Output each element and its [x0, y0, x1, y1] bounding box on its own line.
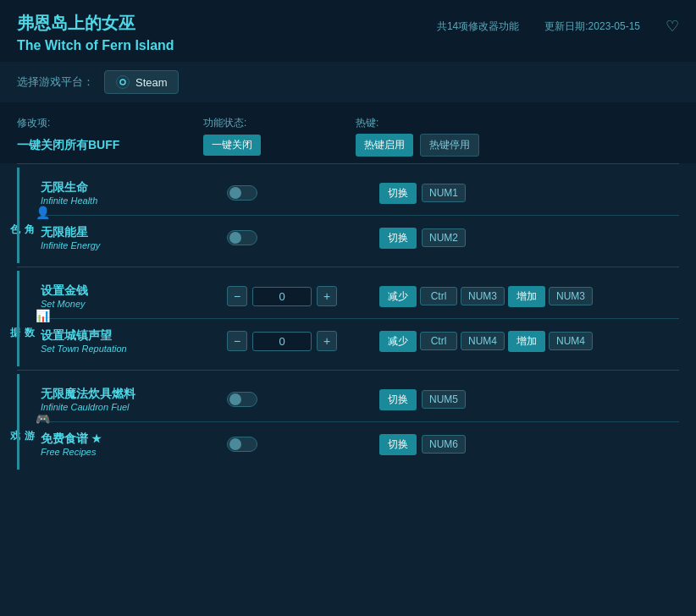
set-money-zh: 设置金钱: [41, 283, 227, 299]
infinite-health-status: [227, 185, 379, 201]
hotkey-disable-button[interactable]: 热键停用: [420, 134, 479, 157]
game-sidebar: 🎮 游戏: [17, 374, 41, 470]
data-icon: 📊: [36, 309, 50, 325]
infinite-health-toggle[interactable]: [227, 185, 257, 201]
infinite-health-hotkey-btn[interactable]: 切换: [379, 183, 417, 204]
hotkey-enable-button[interactable]: 热键启用: [356, 134, 413, 157]
cauldron-fuel-row: 无限魔法炊具燃料 Infinite Cauldron Fuel 切换 NUM5: [41, 381, 679, 418]
all-toggle-off-button[interactable]: 一键关闭: [203, 135, 261, 156]
set-reputation-input[interactable]: [252, 332, 312, 351]
infinite-health-hotkey: 切换 NUM1: [379, 183, 679, 204]
free-recipes-row: 免费食谱 ★ Free Recipes 切换 NUM6: [41, 426, 679, 463]
infinite-energy-toggle[interactable]: [227, 230, 257, 245]
cauldron-fuel-en: Infinite Cauldron Fuel: [41, 402, 227, 412]
platform-steam-button[interactable]: Steam: [104, 70, 179, 94]
character-section: 👤 角色 无限生命 Infinite Health: [17, 163, 679, 267]
set-reputation-row: 设置城镇声望 Set Town Reputation − + 减少 Ctrl N…: [41, 322, 679, 360]
cauldron-fuel-hotkey-btn[interactable]: 切换: [379, 389, 417, 410]
header-meta: 共14项修改器功能 更新日期:2023-05-15 ♡: [437, 17, 679, 36]
set-money-plus[interactable]: +: [317, 286, 337, 306]
free-recipes-zh: 免费食谱 ★: [41, 432, 227, 447]
set-reputation-ctrl: Ctrl: [420, 332, 457, 350]
set-money-dec-btn[interactable]: 减少: [379, 286, 417, 307]
divider-1: [41, 215, 679, 216]
cauldron-fuel-toggle[interactable]: [227, 392, 257, 407]
data-section: 📊 数据 设置金钱 Set Money − +: [17, 267, 679, 370]
character-label: 角色: [8, 215, 36, 217]
all-toggle-hotkeys: 热键启用 热键停用: [356, 134, 479, 157]
cauldron-fuel-key: NUM5: [422, 390, 466, 409]
game-wrapper: 🎮 游戏 无限魔法炊具燃料 Infinite Cauldron Fuel: [17, 374, 679, 470]
infinite-energy-key: NUM2: [422, 228, 466, 247]
free-recipes-hotkey: 切换 NUM6: [379, 434, 679, 455]
free-recipes-status: [227, 437, 379, 452]
star-icon: ★: [91, 432, 102, 445]
platform-steam-label: Steam: [135, 76, 168, 89]
set-money-num3-dec: NUM3: [461, 287, 505, 305]
set-reputation-num4-dec: NUM4: [461, 332, 505, 350]
infinite-health-en: Infinite Health: [41, 195, 227, 206]
character-sidebar: 👤 角色: [17, 168, 41, 263]
infinite-energy-status: [227, 230, 379, 245]
set-money-minus[interactable]: −: [227, 286, 247, 306]
game-content: 无限魔法炊具燃料 Infinite Cauldron Fuel 切换 NUM5: [41, 374, 679, 470]
data-wrapper: 📊 数据 设置金钱 Set Money − +: [17, 271, 679, 366]
cauldron-fuel-name: 无限魔法炊具燃料 Infinite Cauldron Fuel: [41, 387, 227, 412]
heart-icon[interactable]: ♡: [666, 17, 679, 36]
data-sidebar: 📊 数据: [17, 271, 41, 366]
col-header-hotkey: 热键:: [356, 116, 679, 130]
title-en: The Witch of Fern Island: [17, 38, 174, 53]
infinite-energy-zh: 无限能星: [41, 225, 227, 240]
data-label: 数据: [8, 318, 36, 320]
col-header-status: 功能状态:: [203, 116, 356, 130]
set-reputation-plus[interactable]: +: [317, 331, 337, 351]
free-recipes-toggle[interactable]: [227, 437, 257, 452]
set-reputation-inc-btn[interactable]: 增加: [508, 331, 545, 352]
infinite-health-knob: [229, 187, 241, 199]
platform-label: 选择游戏平台：: [17, 74, 94, 90]
set-money-hotkeys: 减少 Ctrl NUM3 增加 NUM3: [379, 286, 679, 307]
set-reputation-hotkeys: 减少 Ctrl NUM4 增加 NUM4: [379, 331, 679, 352]
divider-2: [41, 318, 679, 319]
header-left: 弗恩岛上的女巫 The Witch of Fern Island: [17, 12, 174, 53]
set-money-en: Set Money: [41, 299, 227, 309]
data-content: 设置金钱 Set Money − + 减少 Ctrl NUM3 增加: [41, 271, 679, 366]
page-container: 弗恩岛上的女巫 The Witch of Fern Island 共14项修改器…: [0, 0, 696, 616]
set-reputation-minus[interactable]: −: [227, 331, 247, 351]
platform-row: 选择游戏平台： Steam: [0, 62, 696, 102]
set-reputation-dec-btn[interactable]: 减少: [379, 331, 417, 352]
game-sidebar-bar: [17, 374, 19, 470]
set-money-controls: − +: [227, 286, 379, 306]
infinite-energy-name: 无限能星 Infinite Energy: [41, 225, 227, 250]
set-reputation-en: Set Town Reputation: [41, 344, 227, 354]
data-sidebar-bar: [17, 271, 19, 366]
svg-point-2: [121, 80, 125, 85]
set-money-inc-btn[interactable]: 增加: [508, 286, 545, 307]
free-recipes-en: Free Recipes: [41, 447, 227, 457]
set-reputation-num4-inc: NUM4: [549, 332, 593, 350]
infinite-energy-hotkey-btn[interactable]: 切换: [379, 228, 417, 249]
character-icon: 👤: [36, 206, 50, 222]
set-money-ctrl: Ctrl: [420, 287, 457, 305]
title-zh: 弗恩岛上的女巫: [17, 12, 174, 35]
meta-count: 共14项修改器功能: [437, 19, 519, 34]
set-reputation-controls: − +: [227, 331, 379, 351]
column-headers: 修改项: 功能状态: 热键:: [17, 109, 679, 134]
main-content: 👤 角色 无限生命 Infinite Health: [0, 163, 696, 490]
character-wrapper: 👤 角色 无限生命 Infinite Health: [17, 168, 679, 263]
infinite-energy-en: Infinite Energy: [41, 240, 227, 250]
infinite-health-key: NUM1: [422, 184, 466, 202]
free-recipes-hotkey-btn[interactable]: 切换: [379, 434, 417, 455]
free-recipes-knob: [229, 438, 241, 450]
character-sidebar-bar: [17, 168, 19, 263]
all-toggle-section: 修改项: 功能状态: 热键: 一键关闭所有BUFF 一键关闭 热键启用 热键停用: [0, 102, 696, 163]
cauldron-fuel-status: [227, 392, 379, 407]
game-label: 游戏: [8, 421, 36, 423]
infinite-health-zh: 无限生命: [41, 180, 227, 195]
set-money-row: 设置金钱 Set Money − + 减少 Ctrl NUM3 增加: [41, 278, 679, 315]
game-icon: 🎮: [36, 412, 50, 428]
col-header-mod: 修改项:: [17, 116, 203, 130]
infinite-health-row: 无限生命 Infinite Health 切换 NUM1: [41, 174, 679, 212]
cauldron-fuel-knob: [229, 393, 241, 405]
set-money-input[interactable]: [252, 287, 312, 306]
